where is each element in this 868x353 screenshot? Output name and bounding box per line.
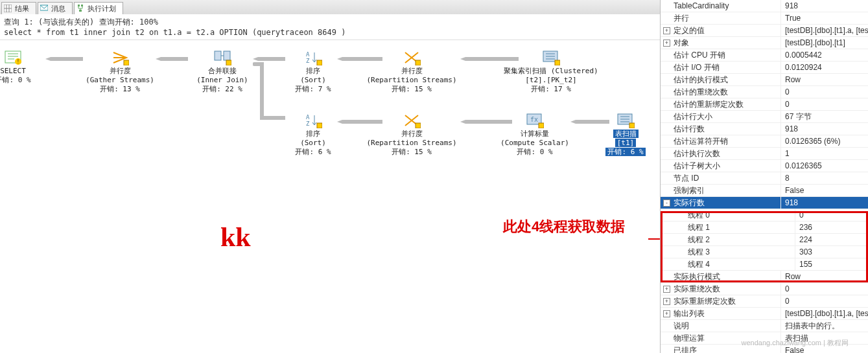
prop-key: 线程 3 [661, 246, 795, 258]
prop-row[interactable]: 估计执行次数1 [661, 148, 868, 160]
prop-key: 估计的重绕次数 [661, 86, 781, 98]
prop-row[interactable]: 线程 1236 [661, 222, 868, 234]
svg-text:fx: fx [530, 116, 538, 123]
parallelism-icon [111, 50, 129, 65]
tab-results[interactable]: 结果 [1, 2, 36, 14]
prop-value: True [781, 12, 868, 24]
svg-rect-17 [317, 60, 322, 65]
prop-row[interactable]: 估计的重绕次数0 [661, 86, 868, 98]
expand-icon[interactable]: + [663, 27, 670, 34]
tab-plan[interactable]: 执行计划 [74, 2, 123, 14]
prop-row[interactable]: 强制索引False [661, 185, 868, 197]
prop-key: 估计运算符开销 [661, 135, 781, 147]
plan-arrow [156, 54, 188, 63]
prop-key: 线程 4 [661, 258, 795, 270]
svg-rect-11 [124, 60, 129, 65]
prop-row[interactable]: 估计行大小67 字节 [661, 111, 868, 123]
svg-rect-18 [416, 60, 421, 65]
prop-key: +实际重绕次数 [661, 283, 781, 295]
properties-panel[interactable]: TableCardinality918并行True+定义的值[testDB].[… [660, 0, 868, 353]
expand-icon[interactable]: + [663, 310, 670, 317]
table-scan-icon [616, 113, 635, 128]
prop-value: [testDB].[dbo].[t1].a, [testD [781, 25, 868, 36]
prop-row[interactable]: +对象[testDB].[dbo].[t1] [661, 37, 868, 49]
execution-plan[interactable]: ! SELECT开销: 0 % 并行度(Gather Streams)开销: 1… [0, 40, 660, 338]
plan-arrow [337, 117, 382, 126]
prop-value: 0 [781, 283, 868, 295]
prop-value: 0 [781, 86, 868, 98]
prop-value: 0.0126365 (6%) [781, 135, 868, 147]
prop-row[interactable]: 并行True [661, 12, 868, 25]
svg-rect-12 [215, 51, 221, 60]
prop-row[interactable]: +输出列表[testDB].[dbo].[t1].a, [testD [661, 308, 868, 320]
prop-row[interactable]: 线程 2224 [661, 234, 868, 246]
prop-key: 估计行大小 [661, 111, 781, 122]
prop-value: 918 [781, 123, 868, 135]
tab-label: 消息 [51, 5, 65, 12]
prop-row[interactable]: 线程 3303 [661, 246, 868, 258]
prop-value: 155 [795, 258, 868, 270]
message-icon [40, 5, 48, 12]
prop-row[interactable]: +实际重新绑定次数0 [661, 295, 868, 308]
prop-value: Row [781, 271, 868, 282]
svg-rect-20 [555, 60, 560, 65]
svg-rect-13 [224, 51, 230, 60]
prop-key: 估计 I/O 开销 [661, 62, 781, 73]
expand-icon[interactable]: + [663, 286, 670, 293]
sort-icon: AZ [304, 50, 322, 65]
index-scan-icon [542, 50, 560, 65]
parallelism-icon [403, 113, 421, 128]
prop-row[interactable]: -实际行数918 [661, 197, 868, 209]
merge-join-icon [213, 50, 231, 65]
prop-row[interactable]: 线程 4155 [661, 258, 868, 271]
prop-row[interactable]: +实际重绕次数0 [661, 283, 868, 295]
svg-rect-27 [539, 123, 544, 128]
expand-icon[interactable]: + [663, 40, 670, 47]
prop-row[interactable]: 线程 00 [661, 209, 868, 222]
select-icon: ! [4, 50, 22, 65]
prop-value: 918 [781, 0, 868, 12]
prop-value: 918 [781, 197, 868, 209]
expand-icon[interactable]: - [663, 199, 670, 207]
tab-label: 执行计划 [88, 5, 116, 12]
svg-rect-5 [78, 5, 80, 6]
plan-icon [76, 5, 84, 12]
prop-value: 8 [781, 172, 868, 184]
prop-value: 0.0005442 [781, 49, 868, 61]
svg-rect-29 [629, 123, 635, 128]
node-select[interactable]: ! SELECT开销: 0 % [0, 50, 49, 85]
prop-value: 1 [781, 148, 868, 159]
prop-key: 线程 1 [661, 222, 795, 233]
prop-row[interactable]: 估计 CPU 开销0.0005442 [661, 49, 868, 62]
prop-key: +实际重新绑定次数 [661, 295, 781, 307]
svg-text:!: ! [17, 59, 20, 65]
prop-key: 线程 0 [661, 209, 795, 221]
expand-icon[interactable]: + [663, 298, 670, 305]
prop-row[interactable]: 估计 I/O 开销0.0120924 [661, 62, 868, 74]
prop-row[interactable]: +定义的值[testDB].[dbo].[t1].a, [testD [661, 25, 868, 37]
prop-row[interactable]: 节点 ID8 [661, 172, 868, 185]
svg-text:Z: Z [306, 58, 310, 64]
tab-messages[interactable]: 消息 [38, 2, 73, 14]
grid-icon [4, 5, 12, 12]
plan-arrow [45, 54, 83, 63]
prop-row[interactable]: 估计行数918 [661, 123, 868, 135]
node-gather-streams[interactable]: 并行度(Gather Streams)开销: 13 % [71, 50, 169, 94]
prop-row[interactable]: 估计的重新绑定次数0 [661, 98, 868, 111]
prop-row[interactable]: 估计子树大小0.0126365 [661, 160, 868, 172]
prop-row[interactable]: 估计运算符开销0.0126365 (6%) [661, 135, 868, 148]
prop-key: 估计的重新绑定次数 [661, 98, 781, 110]
prop-row[interactable]: TableCardinality918 [661, 0, 868, 12]
prop-row[interactable]: 说明扫描表中的行。 [661, 320, 868, 332]
prop-value: 0.0120924 [781, 62, 868, 73]
prop-key: 估计执行次数 [661, 148, 781, 159]
prop-value: 67 字节 [781, 111, 868, 122]
prop-row[interactable]: 实际执行模式Row [661, 271, 868, 283]
svg-rect-7 [79, 10, 82, 12]
prop-key: 实际执行模式 [661, 271, 781, 282]
plan-pane: 查询 1: (与该批有关的) 查询开销: 100% select * from … [0, 14, 661, 353]
prop-row[interactable]: 估计的执行模式Row [661, 74, 868, 86]
annotation-kk: kk [220, 222, 251, 253]
svg-text:Z: Z [306, 120, 310, 127]
watermark: wendang.chaziwang.com | 教程网 [742, 338, 849, 348]
